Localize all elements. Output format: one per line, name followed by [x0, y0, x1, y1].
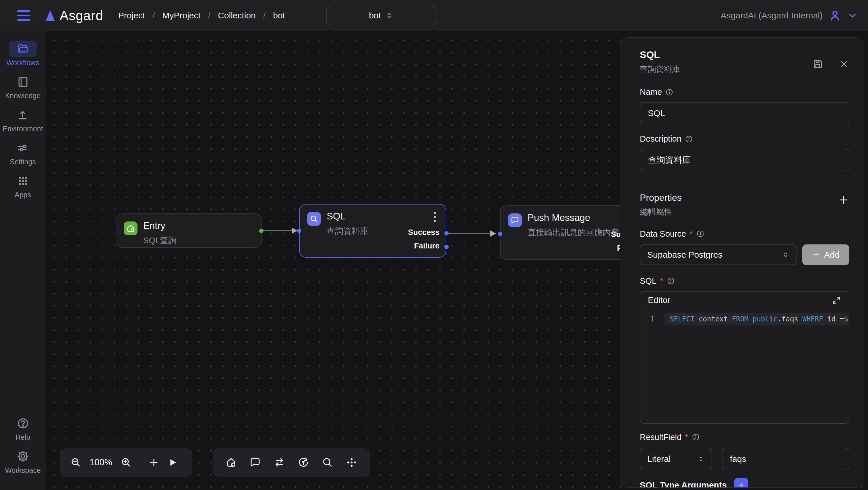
panel-subtitle: 查詢資料庫 — [640, 64, 680, 75]
close-icon[interactable] — [839, 59, 849, 69]
home-plus-icon — [124, 222, 137, 235]
folder-icon — [17, 42, 29, 55]
sql-editor[interactable]: Editor 1 SELECT context FROM public.faqs… — [640, 291, 849, 424]
sidebar-item-label: Workflows — [6, 59, 39, 67]
port-sql-input[interactable] — [297, 229, 301, 233]
port-entry-output[interactable] — [259, 229, 264, 233]
name-label: Name — [640, 87, 662, 97]
add-data-source-button[interactable]: Add — [802, 244, 849, 265]
brand-logo[interactable]: Asgard — [43, 8, 103, 23]
node-entry[interactable]: Entry SQL查詢 — [116, 213, 262, 248]
node-title: Push Message — [528, 212, 590, 223]
info-icon[interactable] — [696, 230, 704, 238]
info-icon[interactable] — [692, 433, 700, 441]
idea-cycle-tool-icon[interactable] — [298, 456, 309, 468]
breadcrumb-project[interactable]: Project — [118, 11, 145, 20]
user-avatar-icon[interactable] — [828, 9, 842, 22]
chat-bubble-icon — [508, 213, 522, 227]
move-diamond-tool-icon[interactable] — [346, 456, 358, 468]
data-source-select[interactable]: Supabase Postgres — [640, 244, 797, 265]
required-marker: * — [660, 276, 663, 286]
zoom-toolbar: 100% — [60, 448, 192, 477]
breadcrumb-myproject[interactable]: MyProject — [162, 11, 200, 20]
add-property-plus-icon[interactable] — [838, 194, 849, 206]
result-field-type-select[interactable]: Literal — [640, 448, 712, 470]
chevron-down-icon[interactable] — [847, 10, 858, 21]
sidebar-item-settings[interactable]: Settings — [9, 140, 37, 166]
entry-node-tool-icon[interactable] — [225, 456, 237, 468]
search-icon — [307, 212, 321, 226]
output-label-failure: Failure — [414, 241, 439, 251]
add-sql-type-argument-button[interactable] — [734, 478, 748, 488]
sliders-icon — [17, 142, 29, 154]
node-title: SQL — [327, 211, 346, 222]
sql-token: SELECT — [670, 315, 699, 323]
workflow-selector[interactable]: bot — [326, 6, 436, 25]
book-icon — [17, 76, 29, 88]
save-icon[interactable] — [812, 58, 824, 70]
name-input[interactable] — [640, 102, 849, 124]
sidebar-item-label: Environment — [3, 125, 43, 133]
sql-code-line[interactable]: SELECT context FROM public.faqs WHERE id… — [664, 313, 849, 325]
toolbar-divider — [140, 454, 141, 471]
sidebar-item-workflows[interactable]: Workflows — [6, 41, 39, 67]
message-node-tool-icon[interactable] — [249, 456, 261, 468]
sidebar-item-label: Apps — [14, 191, 31, 199]
sidebar-item-workspace[interactable]: Workspace — [5, 449, 41, 474]
port-sql-success[interactable] — [444, 231, 448, 235]
info-icon[interactable] — [665, 88, 673, 96]
sidebar-item-help[interactable]: Help — [9, 415, 37, 441]
breadcrumb-bot[interactable]: bot — [273, 11, 285, 20]
zoom-out-icon[interactable] — [70, 457, 82, 468]
sidebar-item-label: Settings — [10, 158, 36, 166]
plus-icon — [737, 481, 745, 488]
run-workflow-icon[interactable] — [167, 457, 178, 468]
zoom-in-icon[interactable] — [120, 457, 132, 468]
plus-icon — [812, 251, 820, 259]
node-menu-kebab-icon[interactable] — [434, 212, 436, 224]
sql-token: id — [827, 315, 840, 323]
info-icon[interactable] — [685, 135, 693, 143]
breadcrumb-separator: / — [152, 11, 155, 20]
node-subtitle: 直接輸出訊息的回應內容 — [528, 227, 622, 238]
sql-token: = — [840, 315, 844, 323]
description-input[interactable] — [640, 149, 849, 171]
gear-icon — [17, 450, 29, 463]
sql-token: FROM — [732, 315, 753, 323]
result-field-input[interactable] — [722, 448, 849, 470]
search-tool-icon[interactable] — [321, 456, 334, 468]
port-push-input[interactable] — [498, 232, 502, 236]
add-node-icon[interactable] — [148, 457, 159, 468]
node-sql[interactable]: SQL 查詢資料庫 Success Failure — [299, 204, 446, 258]
zoom-level[interactable]: 100% — [90, 457, 112, 468]
sidebar-item-apps[interactable]: Apps — [9, 173, 37, 199]
edge-arrowhead-icon — [291, 228, 298, 234]
sql-token: faqs — [782, 315, 802, 323]
sql-token: context — [699, 315, 732, 323]
sql-field-label: SQL — [640, 276, 656, 286]
info-icon[interactable] — [667, 277, 675, 285]
node-subtitle: 查詢資料庫 — [327, 225, 368, 237]
sql-type-arguments-label: SQL Type Arguments — [640, 480, 727, 488]
panel-title: SQL — [640, 49, 680, 60]
edge-sql-success-to-push[interactable] — [448, 233, 492, 234]
required-marker: * — [689, 229, 693, 239]
sidebar-item-knowledge[interactable]: Knowledge — [5, 74, 41, 100]
menu-hamburger-icon[interactable] — [17, 10, 30, 21]
node-palette-toolbar — [213, 448, 370, 477]
breadcrumb-collection[interactable]: Collection — [218, 11, 256, 20]
grid-icon — [17, 175, 29, 187]
data-source-label: Data Source — [640, 229, 686, 239]
swap-arrows-tool-icon[interactable] — [273, 456, 285, 468]
edge-entry-to-sql[interactable] — [263, 230, 293, 231]
app-header: Asgard Project / MyProject / Collection … — [0, 0, 868, 31]
upload-icon — [17, 109, 29, 121]
sql-token: . — [778, 315, 782, 323]
description-label: Description — [640, 134, 681, 144]
output-label-success: Success — [408, 228, 439, 237]
port-sql-failure[interactable] — [444, 245, 448, 249]
chevron-updown-icon — [782, 251, 789, 259]
expand-icon[interactable] — [832, 295, 841, 305]
sidebar-item-environment[interactable]: Environment — [3, 107, 43, 133]
breadcrumb-separator: / — [263, 11, 266, 20]
